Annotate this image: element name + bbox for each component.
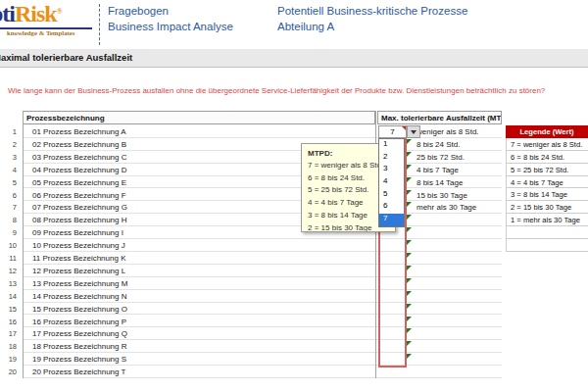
table-row: 1717 Prozess Bezeichnung Q [0,327,502,340]
column-header-process: Prozessbezeichnung [23,111,375,124]
error-indicator-icon [407,341,412,346]
dropdown-option[interactable]: 7 [379,214,404,226]
error-indicator-icon [407,202,412,207]
mtpd-label-cell[interactable] [409,214,502,226]
table-row: 505 Prozess Bezeichnung E8 bis 14 Tage [0,176,502,189]
table-row: 606 Prozess Bezeichnung F15 bis 30 Tage [0,189,502,202]
dropdown-list[interactable]: 1234567 [378,138,405,227]
table-border-left [23,111,24,378]
error-indicator-icon [407,240,412,245]
error-indicator-icon [407,278,412,283]
dropdown-option[interactable]: 6 [379,201,404,214]
row-number: 16 [0,318,17,326]
chevron-down-icon [411,130,416,134]
process-cell[interactable]: 18 Prozess Bezeichnung R [23,340,375,353]
mtpd-label-cell[interactable] [409,226,502,239]
mtpd-label-cell[interactable] [409,340,502,353]
mtpd-label-cell[interactable] [409,316,502,328]
table-row: 1515 Prozess Bezeichnung O [0,303,502,316]
mtpd-label-cell[interactable]: 25 bis 72 Std. [409,151,502,164]
mtpd-label-cell[interactable]: weniger als 8 Std. [409,125,502,138]
mtpd-label-cell[interactable] [409,303,502,316]
table-row: 1313 Prozess Bezeichnung M [0,277,502,290]
row-number: 13 [0,279,17,288]
mtpd-label-cell[interactable]: 4 bis 7 Tage [409,164,502,176]
error-indicator-icon [407,253,412,258]
mtpd-label-cell[interactable]: 15 bis 30 Tage [409,189,502,202]
mtpd-label-cell[interactable] [409,239,502,252]
process-cell[interactable]: 11 Prozess Bezeichnung K [23,252,375,265]
process-table: 101 Prozess Bezeichnung Aweniger als 8 S… [0,125,588,378]
process-cell[interactable]: 15 Prozess Bezeichnung O [23,303,375,316]
doc-title-line2: Business Impact Analyse [108,21,233,32]
dropdown-option[interactable]: 5 [379,189,404,202]
error-indicator-icon [407,354,412,359]
registered-trademark-icon: ® [57,7,63,16]
table-row: 303 Prozess Bezeichnung C25 bis 72 Std. [0,151,502,164]
row-number: 11 [0,254,17,263]
row-number: 2 [0,140,17,149]
scope-line1: Potentiell Business-kritische Prozesse [277,5,467,17]
table-row: 1212 Prozess Bezeichnung L [0,265,502,277]
row-number: 17 [0,329,17,338]
table-row: 1010 Prozess Bezeichnung J [0,239,502,252]
error-indicator-icon [407,139,412,144]
row-number: 10 [0,241,17,250]
dropdown-option[interactable]: 1 [379,139,404,152]
mtpd-label-cell[interactable] [409,366,502,378]
print-area-divider [99,4,100,45]
mtpd-label-cell[interactable] [409,290,502,303]
table-row: 101 Prozess Bezeichnung Aweniger als 8 S… [0,125,502,138]
dropdown-option[interactable]: 2 [379,152,404,165]
row-number: 3 [0,153,17,162]
process-cell[interactable]: 20 Prozess Bezeichnung T [23,366,375,378]
mtpd-label-cell[interactable]: 8 bis 24 Std. [409,138,502,151]
dropdown-option[interactable]: 4 [379,176,404,189]
column-header-mtpd: Max. tolerierbare Ausfallzeit (MTPD) [377,111,502,124]
row-number: 6 [0,191,17,200]
dropdown-option[interactable]: 3 [379,164,404,176]
table-row: 1111 Prozess Bezeichnung K [0,252,502,265]
table-row: 808 Prozess Bezeichnung H [0,214,502,226]
process-cell[interactable]: 16 Prozess Bezeichnung P [23,316,375,328]
mtpd-label-cell[interactable] [409,353,502,366]
process-cell[interactable]: 01 Prozess Bezeichnung A [23,125,375,138]
row-number: 1 [0,127,17,136]
mtpd-label-cell[interactable]: mehr als 30 Tage [409,201,502,214]
table-row: 404 Prozess Bezeichnung D4 bis 7 Tage [0,164,502,176]
error-indicator-icon [407,227,412,232]
mtpd-label-cell[interactable] [409,252,502,265]
mtpd-label-cell[interactable]: 8 bis 14 Tage [409,176,502,189]
legend-empty-row [506,239,588,252]
legend-column: Legende (Wert) 7 = weniger als 8 Std.6 =… [506,125,588,252]
question-text: Wie lange kann der Business-Prozess ausf… [8,86,545,95]
mtpd-label-cell[interactable] [409,265,502,277]
mtpd-label-cell[interactable] [409,277,502,290]
table-row: 1616 Prozess Bezeichnung P [0,316,502,328]
process-cell[interactable]: 19 Prozess Bezeichnung S [23,353,375,366]
row-number: 5 [0,178,17,187]
process-cell[interactable]: 10 Prozess Bezeichnung J [23,239,375,252]
logo-text-part1: pti [0,1,15,26]
row-number: 7 [0,203,17,212]
dropdown-button[interactable] [407,125,420,138]
legend-entry: 5 = 25 bis 72 Std. [506,164,588,176]
row-number: 15 [0,305,17,314]
legend-entry: 7 = weniger als 8 Std. [506,138,588,151]
logo-tagline: knowledge & Templates [7,29,75,36]
error-indicator-icon [407,328,412,333]
table-row: 202 Prozess Bezeichnung B8 bis 24 Std. [0,138,502,151]
scope-line2: Abteilung A [277,21,334,32]
process-cell[interactable]: 14 Prozess Bezeichnung N [23,290,375,303]
process-cell[interactable]: 17 Prozess Bezeichnung Q [23,327,375,340]
row-number: 9 [0,228,17,237]
legend-entry: 6 = 8 bis 24 Std. [506,151,588,164]
process-cell[interactable]: 13 Prozess Bezeichnung M [23,277,375,290]
table-row: 1919 Prozess Bezeichnung S [0,353,502,366]
process-cell[interactable]: 12 Prozess Bezeichnung L [23,265,375,277]
legend-header: Legende (Wert) [506,125,588,138]
row-number: 18 [0,342,17,351]
row-number: 8 [0,216,17,224]
mtpd-label-cell[interactable] [409,327,502,340]
logo-text-part2: Risk [15,1,57,26]
